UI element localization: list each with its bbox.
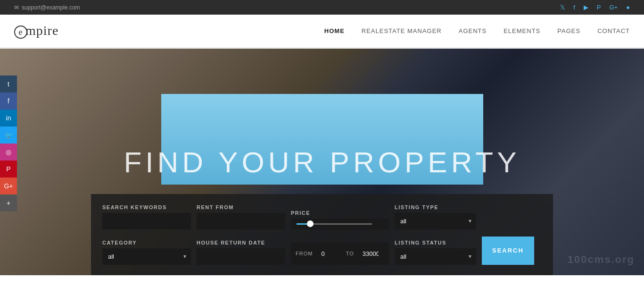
social-instagram[interactable]: ◎ — [0, 144, 17, 161]
keywords-label: SEARCH KEYWORDS — [102, 204, 191, 210]
listingstatus-select[interactable]: all active sold — [395, 248, 476, 265]
returndate-col: HOUSE RETURN DATE — [197, 240, 291, 265]
site-logo[interactable]: empire — [14, 23, 58, 39]
listingtype-label: LISTING TYPE — [395, 204, 476, 210]
listingstatus-col: LISTING STATUS all active sold — [395, 240, 482, 265]
price-label: PRICE — [291, 210, 389, 216]
fromto-row: FROM TO — [291, 243, 389, 265]
hero-title: FIND YOUR PROPERTY — [124, 145, 520, 178]
from-input[interactable] — [315, 245, 343, 262]
facebook-link[interactable]: f — [573, 4, 575, 11]
rentfrom-label: RENT FROM — [197, 204, 285, 210]
email-icon: ✉ — [14, 4, 19, 11]
keywords-input[interactable] — [102, 213, 191, 229]
rentfrom-input[interactable] — [197, 213, 285, 229]
from-label: FROM — [296, 251, 313, 256]
social-linkedin[interactable]: in — [0, 110, 17, 127]
social-twitter[interactable]: 🐦 — [0, 127, 17, 144]
category-select-wrap: all house apartment office — [102, 248, 191, 265]
price-col: PRICE — [291, 210, 395, 229]
site-header: empire HOME REALESTATE MANAGER AGENTS EL… — [0, 15, 644, 48]
price-slider[interactable] — [297, 223, 372, 225]
hero-section: FIND YOUR PROPERTY SEARCH KEYWORDS RENT … — [0, 49, 644, 275]
search-btn-wrap: SEARCH — [482, 237, 534, 265]
listingtype-select[interactable]: all sale rent — [395, 213, 476, 229]
social-gplus[interactable]: G+ — [0, 178, 17, 195]
nav-pages[interactable]: PAGES — [557, 27, 580, 34]
fromto-col: FROM TO — [291, 234, 395, 265]
top-bar: ✉ support@example.com 𝕏 f ▶ P G+ ● — [0, 0, 644, 15]
category-label: CATEGORY — [102, 240, 191, 245]
email-address: support@example.com — [22, 4, 80, 11]
dribbble-link[interactable]: ● — [626, 4, 630, 11]
returndate-input[interactable] — [197, 248, 285, 265]
category-col: CATEGORY all house apartment office — [102, 240, 197, 265]
social-sidebar: t f in 🐦 ◎ P G+ + — [0, 76, 17, 211]
nav-agents[interactable]: AGENTS — [459, 27, 487, 34]
email-section: ✉ support@example.com — [14, 4, 80, 11]
returndate-label: HOUSE RETURN DATE — [197, 240, 285, 245]
social-pinterest[interactable]: P — [0, 161, 17, 178]
to-label: TO — [346, 251, 354, 256]
keywords-col: SEARCH KEYWORDS — [102, 204, 197, 229]
pinterest-link[interactable]: P — [597, 4, 601, 11]
social-more[interactable]: + — [0, 195, 17, 211]
nav-contact[interactable]: CONTACT — [597, 27, 630, 34]
nav-elements[interactable]: ELEMENTS — [504, 27, 540, 34]
logo-text: mpire — [25, 23, 58, 38]
social-facebook[interactable]: f — [0, 93, 17, 110]
listingstatus-select-wrap: all active sold — [395, 248, 476, 265]
watermark: 100cms.org — [568, 254, 635, 266]
nav-realestate[interactable]: REALESTATE MANAGER — [362, 27, 442, 34]
nav-home[interactable]: HOME — [324, 27, 345, 34]
rentfrom-col: RENT FROM — [197, 204, 291, 229]
price-slider-wrap — [291, 219, 389, 229]
social-tumblr[interactable]: t — [0, 76, 17, 93]
category-select[interactable]: all house apartment office — [102, 248, 191, 265]
fromto-label — [291, 234, 389, 240]
listingtype-select-wrap: all sale rent — [395, 213, 476, 229]
listingtype-col: LISTING TYPE all sale rent — [395, 204, 482, 229]
main-nav: HOME REALESTATE MANAGER AGENTS ELEMENTS … — [324, 27, 630, 34]
twitter-link[interactable]: 𝕏 — [560, 4, 565, 11]
to-input[interactable] — [357, 245, 384, 262]
youtube-link[interactable]: ▶ — [584, 4, 588, 11]
top-social-links: 𝕏 f ▶ P G+ ● — [560, 4, 630, 11]
listingstatus-label: LISTING STATUS — [395, 240, 476, 245]
search-panel: SEARCH KEYWORDS RENT FROM PRICE LISTING … — [91, 194, 553, 275]
googleplus-link[interactable]: G+ — [609, 4, 618, 11]
search-button[interactable]: SEARCH — [482, 237, 534, 265]
